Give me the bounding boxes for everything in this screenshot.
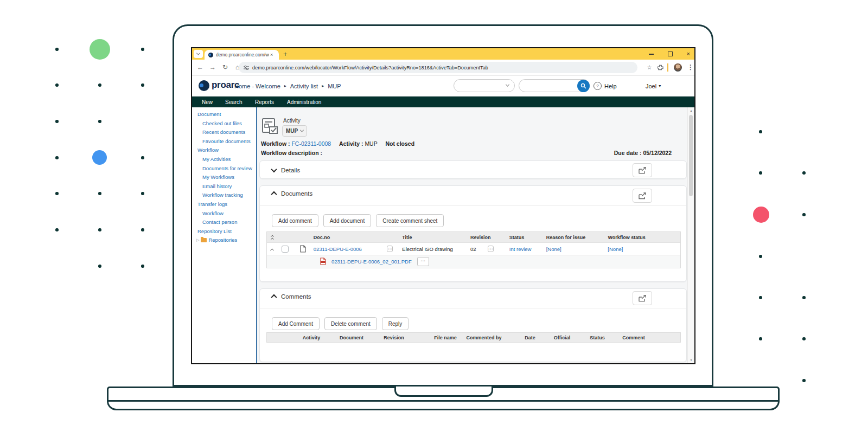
comments-export-button[interactable] <box>633 291 652 305</box>
sidebar-item-contact-person[interactable]: Contact person <box>192 218 256 227</box>
collapse-all-icon[interactable] <box>267 235 278 240</box>
reply-button[interactable]: Reply <box>382 317 409 330</box>
user-menu[interactable]: Joel ▾ <box>646 76 661 96</box>
toolbar-separator <box>667 63 668 72</box>
decor-dot <box>55 120 59 123</box>
scroll-down-icon[interactable]: ▼ <box>688 358 694 362</box>
more-options-button[interactable]: ⋯ <box>387 246 393 252</box>
chevron-down-icon <box>506 83 509 87</box>
sidebar-item-my-workflows[interactable]: My Workflows <box>192 173 256 182</box>
decor-dot <box>55 192 59 195</box>
activity-field-label: Activity : <box>339 140 363 147</box>
documents-section-header[interactable]: Documents <box>272 190 312 197</box>
browser-tab[interactable]: demo.proarconline.com/web/lo × <box>205 50 279 60</box>
sidebar-item-recent-documents[interactable]: Recent documents <box>192 128 256 137</box>
doc-reason-link[interactable]: [None] <box>540 246 601 252</box>
reload-icon[interactable]: ↻ <box>222 60 228 75</box>
col-document: Document <box>340 335 363 340</box>
sidebar-item-workflow[interactable]: Workflow <box>192 146 256 155</box>
sidebar-item-repository-list[interactable]: Repository List <box>192 227 256 236</box>
more-options-button[interactable]: ⋯ <box>417 257 429 266</box>
proarc-logo[interactable] <box>199 80 209 91</box>
content-scrollbar[interactable]: ▲ ▼ <box>687 107 694 363</box>
more-options-button[interactable]: ⋯ <box>488 246 494 252</box>
create-comment-sheet-button[interactable]: Create comment sheet <box>376 214 444 227</box>
col-activity: Activity <box>303 335 321 340</box>
sidebar-item-documents-for-review[interactable]: Documents for review <box>192 164 256 173</box>
nav-item-search[interactable]: Search <box>225 96 242 108</box>
add-comment-button[interactable]: Add Comment <box>272 317 320 330</box>
forward-icon[interactable]: → <box>209 60 216 75</box>
help-label: Help <box>604 83 617 89</box>
expand-arrow-icon[interactable]: ▷ <box>196 238 199 242</box>
breadcrumb-separator: ▸ <box>322 83 324 88</box>
comments-section-header[interactable]: Comments <box>272 293 311 300</box>
minimize-icon[interactable] <box>649 54 654 55</box>
export-icon <box>639 295 647 302</box>
scrollbar-thumb[interactable] <box>689 115 693 196</box>
decor-dot <box>98 192 101 195</box>
row-collapse-icon[interactable] <box>267 246 278 252</box>
sidebar-item-document[interactable]: Document <box>192 110 256 119</box>
documents-export-button[interactable] <box>633 189 652 203</box>
browser-tab-strip: demo.proarconline.com/web/lo × + × <box>192 48 694 60</box>
sidebar-item-my-activities[interactable]: My Activities <box>192 155 256 164</box>
comments-actions: Add Comment Delete comment Reply <box>272 317 409 330</box>
laptop-notch <box>394 387 493 397</box>
sidebar-item-favourite-documents[interactable]: Favourite documents <box>192 137 256 146</box>
col-workflow-status: Workflow status <box>600 235 680 240</box>
decor-dot <box>141 83 144 87</box>
back-icon[interactable]: ← <box>197 60 203 75</box>
row-checkbox[interactable] <box>282 246 289 253</box>
nav-item-reports[interactable]: Reports <box>255 96 274 108</box>
maximize-icon[interactable] <box>668 51 673 56</box>
workflow-info-line: Workflow : FC-02311-0008 Activity : MUP … <box>261 140 414 147</box>
scroll-up-icon[interactable]: ▲ <box>688 109 694 112</box>
details-section-header[interactable]: Details <box>272 161 300 179</box>
profile-avatar[interactable] <box>674 63 682 72</box>
extensions-icon[interactable] <box>658 60 663 76</box>
breadcrumb-home[interactable]: Home - Welcome <box>234 83 280 89</box>
doc-status-link[interactable]: Int review <box>504 246 540 252</box>
new-tab-button[interactable]: + <box>283 48 288 60</box>
document-row: 02311-DEPU-E-0006 ⋯ Electrical ISO drawi… <box>267 242 680 255</box>
nav-item-new[interactable]: New <box>202 96 213 108</box>
address-bar[interactable]: demo.proarconline.com/web/locator/WorkFl… <box>239 62 637 73</box>
browser-menu-icon[interactable]: ⋮ <box>687 60 694 75</box>
breadcrumb-activity-list[interactable]: Activity list <box>290 83 318 89</box>
sidebar-item-email-history[interactable]: Email history <box>192 182 256 191</box>
close-icon[interactable]: × <box>687 51 690 57</box>
col-commented-by: Commented by <box>466 335 501 340</box>
workflow-number-link[interactable]: FC-02311-0008 <box>291 140 331 147</box>
folder-icon <box>201 238 207 242</box>
search-button[interactable] <box>577 80 590 92</box>
sidebar-item-checked-out-files[interactable]: Checked out files <box>192 119 256 128</box>
nav-item-administration[interactable]: Administration <box>287 96 321 108</box>
tab-search-button[interactable] <box>194 50 203 58</box>
export-icon <box>639 167 647 174</box>
activity-select[interactable]: MUP <box>282 125 307 137</box>
doc-title: Electrical ISO drawing <box>402 246 470 252</box>
help-icon: ? <box>593 82 602 90</box>
doc-workflow-status-link[interactable]: [None] <box>600 246 680 252</box>
site-settings-icon[interactable] <box>244 65 249 70</box>
decor-dot <box>98 228 101 231</box>
comments-section: Comments Add Comment Delete comment Re <box>259 288 687 362</box>
details-export-button[interactable] <box>633 163 652 177</box>
bookmark-star-icon[interactable]: ☆ <box>647 60 652 75</box>
delete-comment-button[interactable]: Delete comment <box>324 317 377 330</box>
user-name: Joel <box>646 83 656 89</box>
chevron-up-icon <box>271 294 277 300</box>
add-comment-button[interactable]: Add comment <box>272 214 318 227</box>
sidebar-item-workflow-log[interactable]: Workflow <box>192 209 256 218</box>
search-category-select[interactable] <box>454 79 515 92</box>
tab-close-icon[interactable]: × <box>270 52 273 57</box>
add-document-button[interactable]: Add document <box>323 214 372 227</box>
help-button[interactable]: ? Help <box>593 76 617 96</box>
doc-no-link[interactable]: 02311-DEPU-E-0006 <box>314 246 387 252</box>
sidebar-item-workflow-tracking[interactable]: Workflow tracking <box>192 191 256 200</box>
col-status: Status <box>590 335 605 340</box>
sidebar-item-repositories[interactable]: ▷ Repositories <box>192 237 256 243</box>
sidebar-item-transfer-logs[interactable]: Transfer logs <box>192 200 256 209</box>
file-name-link[interactable]: 02311-DEPU-E-0006_02_001.PDF <box>331 259 412 265</box>
